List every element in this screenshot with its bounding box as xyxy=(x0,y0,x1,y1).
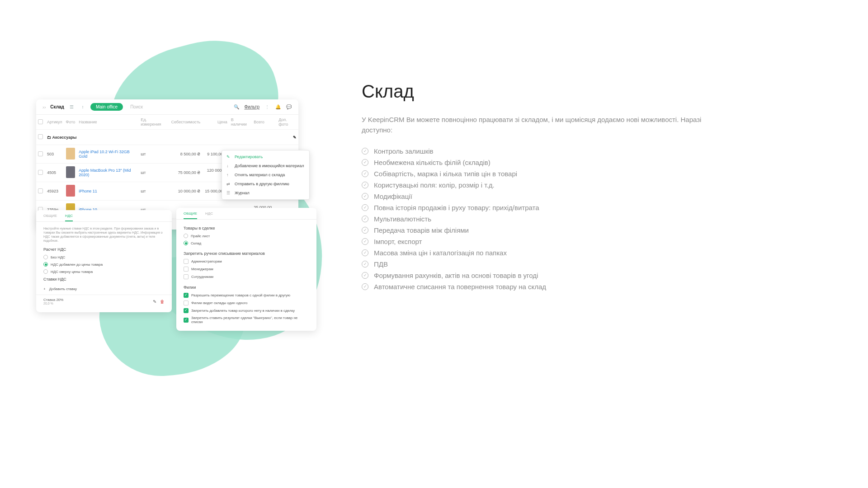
radio-icon[interactable] xyxy=(184,234,188,238)
delete-icon[interactable]: 🗑 xyxy=(160,299,165,304)
product-thumb xyxy=(66,166,75,178)
edit-icon[interactable]: ✎ xyxy=(293,135,297,140)
screenshot-illustration: ›› Склад ☰ ↕ Main office Поиск 🔍 Фильтр … xyxy=(18,36,335,352)
checkbox-icon[interactable] xyxy=(184,318,189,323)
menu-item-icon: ⇄ xyxy=(226,182,231,186)
checkbox-icon[interactable] xyxy=(184,300,189,305)
feature-text: Користувацькі поля: колір, розмір і т.д. xyxy=(374,181,495,189)
branch-option[interactable]: Запретить ставить результат сделки "Выиг… xyxy=(176,314,316,325)
product-link[interactable]: iPhone 11 xyxy=(79,189,97,193)
context-menu-item[interactable]: ↓Добавление в имеющийся материал xyxy=(222,161,309,170)
radio-icon[interactable] xyxy=(184,241,188,245)
option-label: Склад xyxy=(191,241,201,245)
edit-icon[interactable]: ✎ xyxy=(153,299,156,304)
checkbox-icon[interactable] xyxy=(184,274,189,279)
sort-icon[interactable]: ↕ xyxy=(80,104,86,110)
expand-icon[interactable]: ›› xyxy=(42,104,46,110)
check-icon: ✓ xyxy=(362,227,368,234)
select-all-checkbox[interactable] xyxy=(38,119,43,124)
radio-icon[interactable] xyxy=(43,262,48,267)
row-checkbox[interactable] xyxy=(38,151,43,156)
vat-option[interactable]: НДС сверху цены товара xyxy=(36,268,172,275)
checkbox-icon[interactable] xyxy=(184,259,189,264)
row-checkbox[interactable] xyxy=(38,134,43,139)
vat-calc-title: Расчет НДС xyxy=(36,245,172,253)
col-article: Артикул xyxy=(45,115,64,130)
context-menu-item[interactable]: ⇄Отправить в другую филлию xyxy=(222,179,309,188)
vat-option[interactable]: НДС добавлен до цены товара xyxy=(36,261,172,268)
tab-vat[interactable]: НДС xyxy=(205,211,213,219)
check-icon: ✓ xyxy=(362,159,368,166)
folder-row[interactable]: 🗀 Аксессуары ✎ xyxy=(36,130,298,145)
radio-icon[interactable] xyxy=(43,255,48,259)
feature-item: ✓Передача товарів між філіями xyxy=(362,225,732,236)
feature-item: ✓Повна історія продажів і руху товару: п… xyxy=(362,202,732,213)
filter-link[interactable]: Фильтр xyxy=(244,104,259,109)
radio-icon[interactable] xyxy=(43,269,48,274)
vat-hint: Настройте нужные ставки НДС в этом разде… xyxy=(36,222,172,245)
deal-goods-option[interactable]: Склад xyxy=(176,239,316,247)
tab-vat[interactable]: НДС xyxy=(65,214,73,221)
search-icon[interactable]: 🔍 xyxy=(233,104,240,110)
menu-item-icon: ☰ xyxy=(226,191,231,195)
feature-item: ✓Модифікації xyxy=(362,191,732,202)
option-label: Запретить ставить результат сделки "Выиг… xyxy=(191,316,309,324)
chat-icon[interactable]: 💬 xyxy=(286,104,292,110)
search-input[interactable]: Поиск xyxy=(130,104,143,109)
branch-option[interactable]: Разрешить перемещение товаров с одной фи… xyxy=(176,291,316,299)
feature-item: ✓Контроль залишків xyxy=(362,145,732,157)
bell-icon[interactable]: 🔔 xyxy=(275,104,281,110)
check-icon: ✓ xyxy=(362,182,368,188)
feature-text: Необмежена кількість філій (складів) xyxy=(374,159,491,166)
feature-item: ✓Формування рахунків, актів на основі то… xyxy=(362,270,732,281)
vat-settings-card: ОБЩИЕ НДС Настройте нужные ставки НДС в … xyxy=(36,210,172,312)
context-menu-item[interactable]: ↑Отнять материал с склада xyxy=(222,170,309,179)
check-icon: ✓ xyxy=(362,261,368,267)
deny-option[interactable]: Администраторам xyxy=(176,258,316,265)
feature-text: Передача товарів між філіями xyxy=(374,226,469,234)
branch-option[interactable]: Запретить добавлять товар которого нету … xyxy=(176,307,316,314)
feature-item: ✓Імпорт, експорт xyxy=(362,236,732,247)
branch-option[interactable]: Филии видят склады один одного xyxy=(176,299,316,307)
context-menu-item[interactable]: ☰Журнал xyxy=(222,188,309,197)
deny-option[interactable]: Менеджерам xyxy=(176,265,316,273)
product-thumb xyxy=(66,185,75,197)
row-checkbox[interactable] xyxy=(38,170,43,175)
vat-option[interactable]: Без НДС xyxy=(36,253,172,261)
col-extra: Доп. фото xyxy=(277,115,298,130)
cell-unit: шт xyxy=(139,164,170,182)
checkbox-icon[interactable] xyxy=(184,267,189,272)
deal-goods-option[interactable]: Прайс лист xyxy=(176,232,316,239)
page-heading: Склад xyxy=(362,81,732,102)
col-name: Название xyxy=(77,115,139,130)
check-icon: ✓ xyxy=(362,193,368,200)
cell-cost: 8 500,00 ₴ xyxy=(170,145,203,164)
tab-general[interactable]: ОБЩИЕ xyxy=(184,211,197,219)
folder-icon: 🗀 xyxy=(47,135,52,140)
feature-text: ПДВ xyxy=(374,260,388,268)
menu-item-icon: ↓ xyxy=(226,164,231,168)
more-icon[interactable]: ⋮ xyxy=(264,104,270,110)
folder-name: Аксессуары xyxy=(52,135,77,140)
col-price: Цена xyxy=(202,115,229,130)
option-label: НДС сверху цены товара xyxy=(51,270,93,274)
check-icon: ✓ xyxy=(362,204,368,211)
row-checkbox[interactable] xyxy=(38,188,43,193)
checkbox-icon[interactable] xyxy=(184,308,189,313)
office-pill[interactable]: Main office xyxy=(90,103,123,111)
menu-item-label: Добавление в имеющийся материал xyxy=(235,164,304,168)
feature-text: Автоматичне списання та повернення товар… xyxy=(374,283,546,291)
menu-item-label: Отправить в другую филлию xyxy=(235,182,289,186)
option-label: Прайс лист xyxy=(191,234,210,238)
product-link[interactable]: Apple MacBook Pro 13" (Mid 2020) xyxy=(79,168,131,177)
tab-general[interactable]: ОБЩИЕ xyxy=(43,214,57,221)
list-icon[interactable]: ☰ xyxy=(69,104,75,110)
check-icon: ✓ xyxy=(362,249,368,256)
option-label: НДС добавлен до цены товара xyxy=(51,263,103,267)
context-menu-item[interactable]: ✎Редактировать xyxy=(222,152,309,161)
product-link[interactable]: Apple iPad 10.2 Wi-Fi 32GB Gold xyxy=(79,150,130,159)
feature-item: ✓Масова зміна цін і каталогізація по пап… xyxy=(362,247,732,258)
checkbox-icon[interactable] xyxy=(184,293,189,298)
deny-option[interactable]: Сотрудникам xyxy=(176,273,316,281)
add-rate-button[interactable]: +Добавить ставку xyxy=(36,283,172,295)
